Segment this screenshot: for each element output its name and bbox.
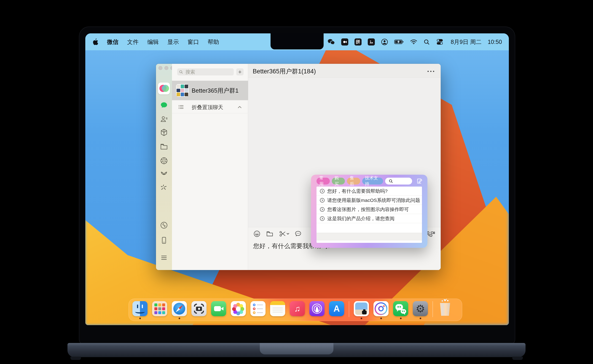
search-spark-icon[interactable] xyxy=(160,184,168,192)
menu-window[interactable]: 窗口 xyxy=(188,38,199,46)
collapsed-pinned-chats-row[interactable]: 折叠置顶聊天 xyxy=(172,100,248,113)
moments-icon[interactable] xyxy=(160,157,168,165)
tab-jishuzhichi[interactable]: 技术支持 xyxy=(362,178,383,184)
conversation-title: Better365用户群1(184) xyxy=(253,67,316,75)
minimize-button[interactable] xyxy=(164,66,168,70)
chat-history-icon[interactable] xyxy=(294,230,302,238)
dock-launchpad-icon[interactable] xyxy=(152,301,167,316)
macbook-foot xyxy=(71,357,81,360)
tab-goumai[interactable]: 购买 xyxy=(332,178,345,184)
pinned-list-icon xyxy=(178,104,184,111)
quick-reply-search-input[interactable] xyxy=(385,178,412,184)
circled-chevron-icon xyxy=(319,207,325,212)
dock-better365-app-icon[interactable] xyxy=(373,301,389,316)
image-menubar-icon[interactable] xyxy=(368,38,375,46)
macbook-foot xyxy=(512,357,523,360)
files-icon[interactable] xyxy=(160,143,168,151)
chat-list-item-better365[interactable]: Better365用户群1 xyxy=(172,81,248,100)
chevron-up-icon xyxy=(237,104,243,111)
macbook-screen-bezel: 微信 文件 编辑 显示 窗口 帮助 拼 xyxy=(79,26,515,345)
dock-safari-icon[interactable] xyxy=(172,301,187,316)
menu-wechat[interactable]: 微信 xyxy=(107,38,118,46)
wechat-sidebar xyxy=(156,64,172,270)
dock-notes-icon[interactable] xyxy=(270,301,285,316)
circled-chevron-icon xyxy=(319,198,325,203)
dock-image-annotation-app-icon[interactable] xyxy=(354,301,369,316)
quick-reply-list: 您好，有什么需要我帮助吗? 请您使用最新版macOS系统即可消除此问题 您看这张… xyxy=(317,187,422,243)
dock-appstore-icon[interactable]: A xyxy=(329,301,344,316)
chat-name: Better365用户群1 xyxy=(192,87,239,95)
quick-reply-panel: 常用 购买 售后 技术支持 您好，有什么需要我帮助吗? xyxy=(311,175,427,248)
spotlight-icon[interactable] xyxy=(424,38,430,46)
wifi-icon[interactable] xyxy=(410,38,417,46)
file-icon[interactable] xyxy=(266,230,274,238)
chat-search-input[interactable] xyxy=(177,68,234,75)
dock-photos-icon[interactable] xyxy=(231,301,246,316)
control-center-icon[interactable] xyxy=(436,38,444,46)
dock-system-settings-icon[interactable]: ⚙ xyxy=(413,301,428,316)
compose-icon[interactable] xyxy=(417,178,423,184)
camera-notch xyxy=(271,33,324,49)
quick-reply-item[interactable]: 您好，有什么需要我帮助吗? xyxy=(317,187,422,196)
macbook-base xyxy=(67,343,526,357)
phone-icon[interactable] xyxy=(160,236,168,244)
dock-music-icon[interactable]: ♫ xyxy=(290,301,305,316)
pinyin-input-icon[interactable]: 拼 xyxy=(354,38,362,46)
screenshot-scissors-icon[interactable] xyxy=(279,230,289,238)
dock-trash-icon[interactable] xyxy=(437,301,453,316)
battery-charging-icon[interactable] xyxy=(394,38,404,46)
mini-programs-icon[interactable] xyxy=(160,221,168,229)
dock-reminders-icon[interactable] xyxy=(250,301,266,316)
emoji-icon[interactable] xyxy=(253,230,261,238)
channels-icon[interactable] xyxy=(160,170,168,179)
screen: 微信 文件 编辑 显示 窗口 帮助 拼 xyxy=(85,33,509,325)
macbook-lid-notch xyxy=(260,343,333,354)
dock-screenshot-icon[interactable] xyxy=(191,301,207,316)
collapsed-pinned-label: 折叠置顶聊天 xyxy=(192,104,223,111)
conversation-header: Better365用户群1(184) xyxy=(248,64,441,78)
profile-avatar[interactable] xyxy=(158,83,170,94)
quick-reply-item[interactable]: 请您使用最新版macOS系统即可消除此问题 xyxy=(317,196,422,205)
dock: ♫ A ⚙ xyxy=(129,299,462,321)
close-button[interactable] xyxy=(158,66,162,70)
dock-separator xyxy=(349,301,349,317)
quick-reply-tabs: 常用 购买 售后 技术支持 xyxy=(317,177,423,185)
wechat-menubar-icon[interactable] xyxy=(327,38,335,46)
quick-reply-footer xyxy=(317,233,422,240)
desktop-stage: 微信 文件 编辑 显示 窗口 帮助 拼 xyxy=(0,0,593,364)
chat-list-panel: + Better365用户群1 折叠置顶聊天 xyxy=(172,64,248,270)
quick-reply-item[interactable]: 这是我们的产品介绍，请您查阅 xyxy=(317,214,422,223)
circled-chevron-icon xyxy=(319,188,325,194)
dock-separator xyxy=(432,301,433,317)
group-avatar xyxy=(176,84,189,97)
more-options-icon[interactable] xyxy=(427,69,435,73)
dock-wechat-icon[interactable] xyxy=(393,301,408,316)
dock-podcasts-icon[interactable] xyxy=(309,301,325,316)
more-menu-icon[interactable] xyxy=(160,254,168,262)
collections-icon[interactable] xyxy=(160,128,168,136)
avatar-blue-circle xyxy=(162,85,169,92)
dock-finder-icon[interactable] xyxy=(132,301,148,316)
dock-facetime-icon[interactable] xyxy=(211,301,226,316)
tab-shouhou[interactable]: 售后 xyxy=(347,178,360,184)
tab-changyong[interactable]: 常用 xyxy=(317,178,330,184)
menubar-clock[interactable]: 10:50 xyxy=(488,39,502,45)
input-toolbar xyxy=(253,230,302,238)
menu-edit[interactable]: 编辑 xyxy=(147,38,159,46)
apple-menu-icon[interactable] xyxy=(92,38,98,46)
account-icon[interactable] xyxy=(381,38,388,46)
add-chat-button[interactable]: + xyxy=(236,68,244,75)
menubar-date[interactable]: 8月9日 周二 xyxy=(451,38,482,46)
app-menubar-icon[interactable] xyxy=(341,38,348,46)
chats-icon[interactable] xyxy=(160,101,168,110)
menu-file[interactable]: 文件 xyxy=(127,38,139,46)
contacts-icon[interactable] xyxy=(160,115,168,123)
menu-help[interactable]: 帮助 xyxy=(208,38,219,46)
quick-reply-item[interactable]: 您看这张图片，按照图示内容操作即可 xyxy=(317,205,422,214)
circled-chevron-icon xyxy=(319,216,325,221)
menu-view[interactable]: 显示 xyxy=(167,38,179,46)
